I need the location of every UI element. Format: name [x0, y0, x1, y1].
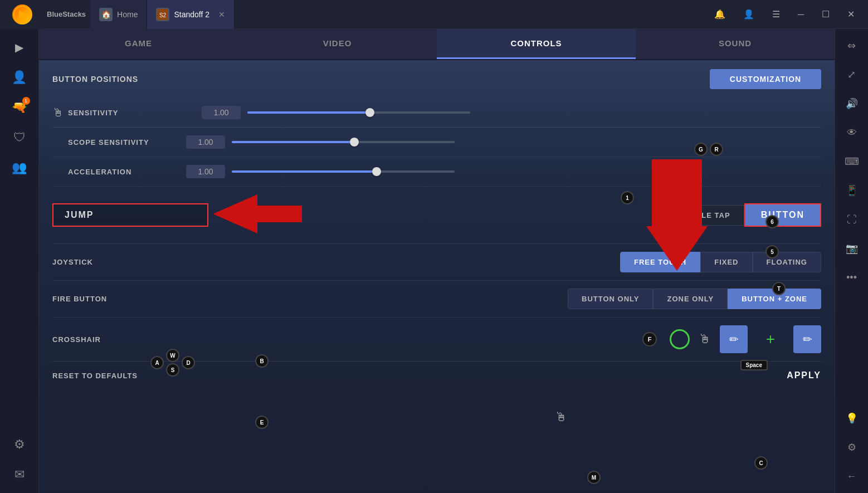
right-sidebar: ⇔ ⤢ 🔊 👁 ⌨ 📱 ⛶ 📷 ••• 💡 ⚙	[835, 29, 868, 493]
double-tap-cell[interactable]: DOUBLE TAP	[664, 205, 744, 226]
mail-icon: ✉	[14, 467, 25, 482]
keyboard-icon[interactable]: ⌨	[840, 149, 864, 174]
game-badge: 1	[22, 97, 30, 105]
s-key-badge: S	[166, 363, 179, 377]
gear-icon[interactable]: ⚙	[840, 435, 864, 460]
account-icon[interactable]: 👤	[739, 7, 759, 22]
fullscreen-icon[interactable]: ⛶	[840, 207, 864, 232]
e-badge: E	[255, 416, 269, 429]
volume-icon[interactable]: 🔊	[840, 91, 864, 116]
sensitivity-row: 🖱 SENSITIVITY 1.00	[52, 98, 821, 128]
joystick-row: JOYSTICK FREE TOUCH FIXED FLOATING	[52, 244, 821, 281]
home-tab-icon: 🏠	[99, 8, 113, 21]
settings-icon: ⚙	[14, 437, 25, 452]
acceleration-track[interactable]	[232, 170, 455, 173]
full-icon: ⛶	[847, 214, 857, 226]
1-badge: 1	[621, 191, 634, 204]
expand-icon-2[interactable]: ⤢	[840, 62, 864, 87]
crosshair-plus-button[interactable]: +	[757, 325, 784, 353]
scope-sensitivity-label: SCOPE SENSITIVITY	[52, 138, 186, 147]
title-bar-controls: 🔔 👤 ☰ ─ ☐ ✕	[710, 7, 868, 22]
standoff2-tab-label: Standoff 2	[174, 10, 209, 19]
eye-icon[interactable]: 👁	[840, 120, 864, 145]
acceleration-fill	[232, 170, 377, 173]
expand-right-icon[interactable]: ⇔	[840, 33, 864, 58]
svg-marker-4	[213, 194, 302, 233]
back-icon[interactable]: ←	[840, 464, 864, 489]
1-key-badge: 1	[621, 191, 634, 204]
tab-controls-label: CONTROLS	[510, 38, 562, 48]
gear-icon-sym: ⚙	[847, 441, 856, 453]
apply-button[interactable]: APPLY	[787, 370, 821, 380]
r-key-badge: R	[710, 143, 723, 156]
bs-icon	[12, 4, 32, 25]
close-button[interactable]: ✕	[843, 7, 859, 22]
jump-row: JUMP DOUBLE TAP BUTTON	[52, 187, 821, 244]
menu-icon[interactable]: ☰	[768, 7, 784, 22]
users-icon: 👥	[12, 160, 27, 175]
sidebar-item-mail[interactable]: ✉	[6, 461, 33, 489]
fire-zone-only[interactable]: ZONE ONLY	[653, 289, 728, 309]
sensitivity-track[interactable]	[247, 111, 470, 114]
button-positions-row: BUTTON POSITIONS CUSTOMIZATION	[52, 69, 821, 89]
scope-sensitivity-track[interactable]	[232, 141, 455, 143]
joystick-options: FREE TOUCH FIXED FLOATING	[620, 252, 821, 272]
crosshair-circle	[670, 329, 690, 349]
b-key-badge: B	[255, 354, 269, 368]
minimize-button[interactable]: ─	[793, 7, 808, 22]
button-positions-label: BUTTON POSITIONS	[52, 75, 138, 84]
left-sidebar: ▶ 👤 🔫 1 🛡 👥 ⚙ ✉	[0, 29, 39, 493]
tab-sound[interactable]: SOUND	[636, 29, 835, 59]
scope-sensitivity-thumb[interactable]	[350, 138, 359, 147]
maximize-button[interactable]: ☐	[817, 7, 834, 22]
fire-button-only[interactable]: BUTTON ONLY	[568, 289, 653, 309]
t-badge: T	[772, 282, 786, 295]
title-bar: BlueStacks 🏠 Home S2 Standoff 2 ✕ 🔔 👤 ☰ …	[0, 0, 868, 29]
jump-label: JUMP	[65, 210, 94, 219]
sensitivity-thumb[interactable]	[365, 108, 374, 117]
e-key-badge: E	[255, 416, 269, 429]
sidebar-item-shield[interactable]: 🛡	[6, 124, 33, 152]
65-badges: 6 5	[765, 215, 779, 258]
f-key-badge: F	[642, 332, 657, 346]
mobile-icon: 📱	[846, 184, 858, 197]
sidebar-item-play[interactable]: ▶	[6, 33, 33, 61]
phone-icon[interactable]: 📱	[840, 178, 864, 203]
speaker-icon: 🔊	[846, 97, 858, 110]
tab-video[interactable]: VIDEO	[238, 29, 437, 59]
tab-controls[interactable]: CONTROLS	[437, 29, 636, 59]
num-badges-top: 3 2	[652, 167, 701, 180]
button-cell[interactable]: BUTTON	[744, 203, 821, 227]
bulb-icon[interactable]: 💡	[840, 406, 864, 431]
d-key-badge: D	[182, 356, 195, 369]
reset-button[interactable]: RESET TO DEFAULTS	[52, 372, 138, 380]
jump-box[interactable]: JUMP	[52, 203, 208, 227]
m-badge: M	[587, 471, 601, 484]
notification-icon[interactable]: 🔔	[710, 7, 730, 22]
camera-icon[interactable]: 📷	[840, 236, 864, 261]
customization-button[interactable]: CUSTOMIZATION	[710, 69, 821, 89]
acceleration-row: ACCELERATION 1.00	[52, 157, 821, 187]
tab-home[interactable]: 🏠 Home	[90, 0, 147, 29]
joystick-floating[interactable]: FLOATING	[753, 252, 821, 272]
more-icon[interactable]: •••	[840, 265, 864, 290]
sidebar-item-game[interactable]: 🔫 1	[6, 94, 33, 121]
sidebar-item-profile[interactable]: 👤	[6, 64, 33, 91]
crosshair-edit-button[interactable]: ✏	[720, 325, 748, 353]
double-tap-label: DOUBLE TAP	[678, 211, 730, 219]
sensitivity-fill	[247, 111, 370, 114]
expand-icon: ⇔	[847, 40, 856, 52]
c-key-badge: C	[754, 456, 768, 470]
sidebar-item-users[interactable]: 👥	[6, 154, 33, 182]
acceleration-thumb[interactable]	[372, 167, 381, 176]
joystick-free-touch[interactable]: FREE TOUCH	[620, 252, 700, 272]
bluestacks-logo	[0, 0, 45, 29]
sidebar-item-settings[interactable]: ⚙	[6, 431, 33, 458]
joystick-fixed[interactable]: FIXED	[700, 252, 752, 272]
close-tab-icon[interactable]: ✕	[218, 10, 225, 19]
crosshair-edit2-button[interactable]: ✏	[793, 325, 821, 353]
tab-game[interactable]: GAME	[39, 29, 238, 59]
tab-standoff2[interactable]: S2 Standoff 2 ✕	[147, 0, 235, 29]
gr-badges: G R	[694, 143, 723, 156]
acceleration-slider-container: 1.00	[186, 165, 821, 178]
